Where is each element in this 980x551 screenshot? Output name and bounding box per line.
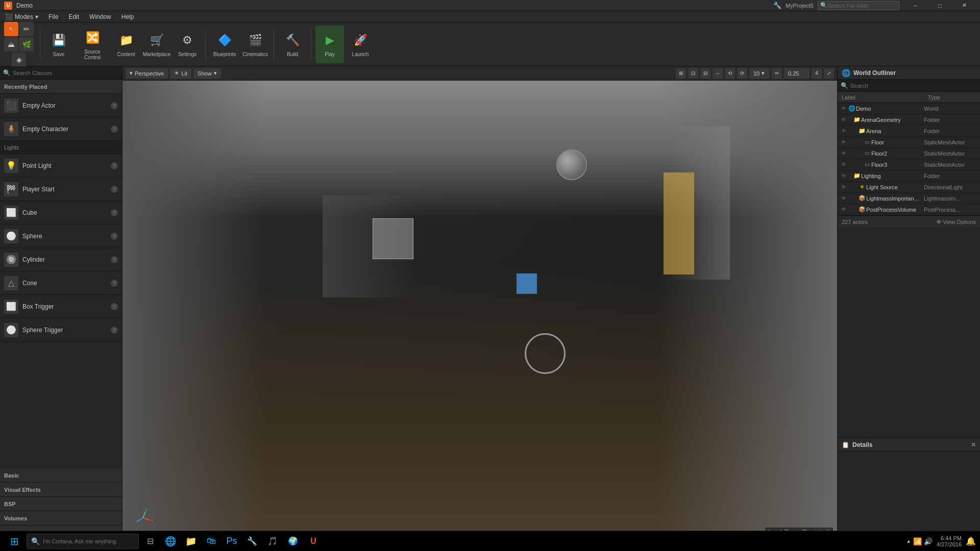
- mode-geometry-btn[interactable]: ◈: [12, 53, 26, 67]
- list-item[interactable]: ⬛ Empty Actor ?: [0, 94, 122, 117]
- outliner-item-light-source[interactable]: 👁 ☀ Light Source DirectionalLight: [838, 182, 980, 193]
- menu-item-edit[interactable]: Edit: [63, 11, 84, 22]
- taskbar-app-6[interactable]: 🎵: [263, 532, 282, 550]
- list-item[interactable]: ⬜ Cube ?: [0, 201, 122, 224]
- outliner-item-arena[interactable]: 👁 📁 Arena Folder: [838, 126, 980, 137]
- bsp-header[interactable]: BSP: [0, 497, 122, 511]
- tray-network-icon[interactable]: 📶: [913, 537, 922, 545]
- show-button[interactable]: Show ▾: [193, 68, 221, 79]
- list-item[interactable]: 🏁 Player Start ?: [0, 178, 122, 201]
- notification-btn[interactable]: 🔔: [966, 536, 976, 546]
- outliner-search-input[interactable]: [850, 83, 977, 89]
- list-item[interactable]: 🧍 Empty Character ?: [0, 117, 122, 141]
- menu-item-file[interactable]: File: [43, 11, 63, 22]
- cube-info[interactable]: ?: [111, 209, 118, 216]
- vp-scale-value[interactable]: 0.25: [784, 68, 810, 79]
- details-panel: 📋 Details ✕: [838, 438, 980, 540]
- tray-expand-btn[interactable]: ▲: [906, 538, 911, 544]
- sphere-trigger-info[interactable]: ?: [111, 327, 118, 334]
- point-light-info[interactable]: ?: [111, 162, 118, 169]
- taskbar-search-bar[interactable]: 🔍: [27, 534, 139, 549]
- list-item[interactable]: △ Cone ?: [0, 271, 122, 295]
- list-item[interactable]: 🔘 Cylinder ?: [0, 248, 122, 271]
- vis-icon: 👁: [840, 116, 848, 124]
- vp-layer-btn[interactable]: 4: [812, 68, 822, 79]
- start-button[interactable]: ⊞: [4, 531, 24, 552]
- mode-foliage-btn[interactable]: 🌿: [19, 37, 34, 52]
- vp-tool-1[interactable]: ⊞: [676, 68, 686, 79]
- vp-grid-value[interactable]: 10 ▾: [749, 68, 770, 79]
- photoshop-icon[interactable]: Ps: [223, 532, 241, 550]
- outliner-item-arena-geometry[interactable]: 👁 📁 ArenaGeometry Folder: [838, 114, 980, 126]
- menu-item-help[interactable]: Help: [116, 11, 139, 22]
- cinematics-button[interactable]: 🎬 Cinematics: [241, 26, 270, 63]
- store-icon[interactable]: 🛍: [202, 532, 220, 550]
- outliner-item-postprocess[interactable]: 👁 📦 PostProcessVolume PostProcess...: [838, 204, 980, 215]
- svg-line-1: [143, 512, 145, 518]
- settings-button[interactable]: ⚙ Settings: [173, 26, 202, 63]
- blueprints-button[interactable]: 🔷 Blueprints: [210, 26, 239, 63]
- cone-info[interactable]: ?: [111, 280, 118, 287]
- outliner-item-floor[interactable]: 👁 ▭ Floor StaticMeshActor: [838, 137, 980, 148]
- file-explorer-icon[interactable]: 📁: [182, 532, 200, 550]
- sphere-info[interactable]: ?: [111, 233, 118, 240]
- outliner-item-lighting[interactable]: 👁 📁 Lighting Folder: [838, 170, 980, 182]
- cylinder-info[interactable]: ?: [111, 256, 118, 263]
- basic-header[interactable]: Basic: [0, 468, 122, 483]
- vp-maximize-btn[interactable]: ⤢: [824, 68, 834, 79]
- view-options-button[interactable]: 👁 View Options: [936, 219, 976, 225]
- list-item[interactable]: ⚪ Sphere ?: [0, 224, 122, 248]
- vp-tool-2[interactable]: ⊡: [688, 68, 698, 79]
- list-item[interactable]: ⬜ Box Trigger ?: [0, 295, 122, 318]
- vp-tool-6[interactable]: ⟳: [737, 68, 747, 79]
- ue4-taskbar-icon[interactable]: U: [304, 532, 323, 550]
- outliner-item-demo[interactable]: 👁 🌐 Demo World: [838, 103, 980, 114]
- outliner-item-floor2[interactable]: 👁 ▭ Floor2 StaticMeshActor: [838, 148, 980, 159]
- viewport-toolbar: ▾ Perspective ☀ Lit Show ▾ ⊞ ⊡ ⊟ ↔ ⟲ ⟳ 1…: [122, 66, 837, 81]
- content-button[interactable]: 📁 Content: [112, 26, 140, 63]
- build-button[interactable]: 🔨 Build: [278, 26, 307, 63]
- taskbar-app-5[interactable]: 🔧: [243, 532, 261, 550]
- cortana-input[interactable]: [43, 538, 134, 544]
- help-search-input[interactable]: 🔍 Search For Help: [818, 1, 899, 10]
- details-close-btn[interactable]: ✕: [971, 441, 976, 448]
- recently-placed-header[interactable]: Recently Placed: [0, 80, 122, 94]
- save-button[interactable]: 💾 Save: [44, 26, 73, 63]
- mode-landscape-btn[interactable]: ⛰: [4, 37, 18, 52]
- outliner-item-floor3[interactable]: 👁 ▭ Floor3 StaticMeshActor: [838, 159, 980, 170]
- ie-icon[interactable]: 🌐: [161, 532, 180, 550]
- lights-header[interactable]: Lights: [0, 141, 122, 154]
- list-item[interactable]: 💡 Point Light ?: [0, 154, 122, 178]
- list-item[interactable]: ⚪ Sphere Trigger ?: [0, 318, 122, 342]
- box-trigger-info[interactable]: ?: [111, 303, 118, 310]
- empty-character-info[interactable]: ?: [111, 126, 118, 133]
- marketplace-button[interactable]: 🛒 Marketplace: [142, 26, 171, 63]
- volumes-header[interactable]: Volumes: [0, 511, 122, 525]
- play-button[interactable]: ▶ Play: [315, 26, 344, 63]
- vp-tool-3[interactable]: ⊟: [700, 68, 710, 79]
- tray-volume-icon[interactable]: 🔊: [924, 537, 933, 545]
- modes-button[interactable]: ⬛ Modes ▾: [0, 11, 43, 22]
- visual-effects-header[interactable]: Visual Effects: [0, 483, 122, 497]
- viewport[interactable]: X Y Level: Demo (Persistent): [122, 81, 837, 540]
- taskbar-app-7[interactable]: 🌍: [284, 532, 302, 550]
- launch-button[interactable]: 🚀 Launch: [346, 26, 375, 63]
- source-control-button[interactable]: 🔀 Source Control: [75, 26, 110, 63]
- vp-pencil-btn[interactable]: ✏: [772, 68, 782, 79]
- maximize-button[interactable]: □: [928, 0, 951, 11]
- empty-actor-info[interactable]: ?: [111, 102, 118, 109]
- perspective-button[interactable]: ▾ Perspective: [126, 68, 168, 79]
- clock[interactable]: 6:44 PM 4/27/2016: [937, 535, 962, 547]
- task-view-button[interactable]: ⊟: [141, 532, 159, 550]
- close-button[interactable]: ✕: [952, 0, 976, 11]
- lit-button[interactable]: ☀ Lit: [170, 68, 191, 79]
- search-classes-input[interactable]: [13, 70, 119, 76]
- mode-select-btn[interactable]: ↖: [4, 22, 18, 36]
- outliner-item-lightmass[interactable]: 👁 📦 LightmassImportanceVolume LightmassI…: [838, 193, 980, 204]
- vp-tool-4[interactable]: ↔: [713, 68, 723, 79]
- minimize-button[interactable]: ─: [903, 0, 927, 11]
- mode-pencil-btn[interactable]: ✏: [19, 22, 34, 36]
- menu-item-window[interactable]: Window: [84, 11, 116, 22]
- player-start-info[interactable]: ?: [111, 186, 118, 193]
- vp-tool-5[interactable]: ⟲: [725, 68, 735, 79]
